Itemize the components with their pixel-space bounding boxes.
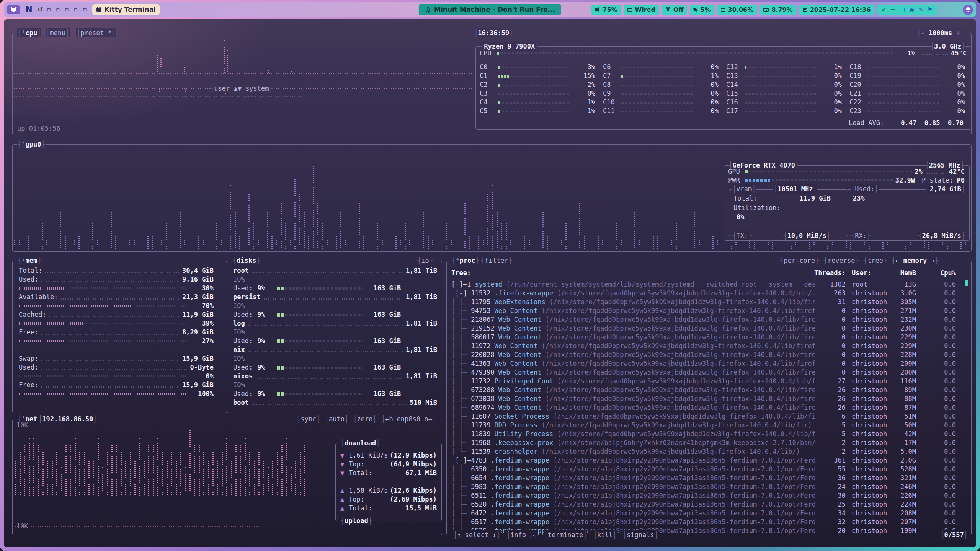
update-interval-control[interactable]: - 1000ms + [916,28,964,37]
memory-usage-label: 30.06% [728,6,754,13]
process-name: Socket Process [495,412,554,420]
net-interface-switch[interactable]: ←b enp8s0 n→ [381,414,436,424]
tree-header[interactable]: Tree: [451,269,471,277]
nixos-icon[interactable]: N [24,5,34,14]
workspace-squares[interactable]: ▫ ▫ ▫ ▫ ▫ [47,6,88,13]
disk-usage-button[interactable]: 8.79% [760,5,796,15]
process-command: (/nix/store/bslpj6nhry7xhkz02nasm41bcpfg… [557,439,815,447]
eth-icon [627,8,632,12]
process-row[interactable]: │ └─ 11539 crashhelper (/nix/store/fqadd… [451,447,968,456]
volume-button[interactable]: 75% [591,5,621,15]
bars-icon [721,8,725,12]
launcher-button[interactable] [7,5,20,14]
process-row[interactable]: │ ├─ 41363 Web Content (/nix/store/fqadd… [451,359,968,368]
process-row[interactable]: │ ├─ 11972 Web Content (/nix/store/fqadd… [451,342,968,350]
process-row[interactable]: │ ├─ 11839 Utility Process (/nix/store/f… [451,430,968,439]
signals-button[interactable]: signals [622,530,658,540]
process-row[interactable]: [-]─4783 .ferdium-wrappe (/nix/store/a1p… [451,456,968,465]
kill-button[interactable]: kill [593,530,617,540]
music-player-button[interactable]: ♫ Minuit Machine - Don't Run Fro... [419,4,561,15]
process-cpu: 0.0 [928,324,956,333]
download-arrow-icon: ▼ [340,469,349,478]
process-pid: 218067 [471,316,498,323]
refresh-icon[interactable]: ↺ [38,6,43,13]
process-cpu: 0.0 [928,306,956,315]
network-upload-graph [15,526,260,527]
process-row[interactable]: │ ├─ 6472 .ferdium-wrappe (/nix/store/a1… [451,509,968,518]
select-button[interactable]: ↑ select ↓ [453,530,501,540]
process-pid: 11968 [471,439,494,447]
memory-header[interactable]: MemB [892,269,916,277]
net-sync-button[interactable]: sync [296,414,320,424]
process-row[interactable]: [-]─11532 .firefox-wrappe (/nix/store/fq… [451,289,968,298]
disks-panel: disks io root1,81 TiBIO%Used:9%163 GiBpe… [227,261,442,413]
memory-meter [19,305,186,307]
process-row[interactable]: │ ├─ 219152 Web Content (/nix/store/fqad… [451,324,968,333]
process-user: christoph [852,306,887,315]
datetime-button[interactable]: 2025-07-22 16:36 [799,5,874,15]
process-memory: 246M [892,483,916,491]
process-row[interactable]: │ ├─ 11795 WebExtensions (/nix/store/fqa… [451,298,968,306]
memory-usage-button[interactable]: 30.06% [717,5,757,15]
toggle-per-core[interactable]: per-core [779,256,819,265]
process-threads: 0 [815,306,846,315]
tray-icons[interactable]: ✔~□◉✎⚑ [877,5,937,15]
cpu-graph-legend[interactable]: user ▲▼ system [210,84,273,93]
toggle-reverse[interactable]: reverse [823,256,859,265]
process-row[interactable]: │ ├─ 6654 .ferdium-wrappe (/nix/store/a1… [451,474,968,483]
process-row[interactable]: │ ├─ 6520 .ferdium-wrappe (/nix/store/a1… [451,500,968,509]
notification-bell[interactable] [963,5,973,15]
process-row[interactable]: │ ├─ 580017 Web Content (/nix/store/fqad… [451,333,968,342]
core-C1: C115% [480,72,595,80]
process-row[interactable]: │ ├─ 11739 RDD Process (/nix/store/fqadd… [451,421,968,430]
process-row[interactable]: │ ├─ 5983 .ferdium-wrappe (/nix/store/a1… [451,483,968,491]
network-wired-button[interactable]: Wired [624,5,659,15]
cpu-header[interactable]: Cpu% [923,269,956,277]
memory-row: Available:21,3 GiB [19,293,214,302]
network-buttons: syncautozero←b enp8s0 n→ [296,414,436,424]
terminate-button[interactable]: terminate [544,530,588,540]
disk-used-bar [277,367,362,369]
process-cpu: 0.0 [928,456,956,465]
process-row[interactable]: │ ├─ 218067 Web Content (/nix/store/fqad… [451,315,968,324]
network-stats-box: download upload ▼1,61 KiB/s(12,9 Kibps)▼… [335,443,442,521]
process-row[interactable]: [-]─1 systemd (/run/current-system/syste… [451,280,968,289]
process-cpu: 0.0 [928,430,956,439]
memory-row: Cached:11,9 GiB [19,310,214,319]
info-button[interactable]: info ↵ [506,530,538,540]
process-pid: 11532 [471,289,494,297]
toggle-tree[interactable]: tree [863,256,887,265]
download-label: download [340,439,380,448]
user-header[interactable]: User: [852,269,871,277]
process-row[interactable]: │ ├─ 11732 Privileged Cont (/nix/store/f… [451,377,968,386]
process-cpu: 0.0 [928,509,956,518]
process-row[interactable]: │ ├─ 6517 .ferdium-wrappe (/nix/store/a1… [451,518,968,527]
process-row[interactable]: │ ├─ 673038 Web Content (/nix/store/fqad… [451,395,968,403]
process-memory: 200M [892,368,916,377]
download-arrow-icon: ▼ [340,460,349,469]
process-row[interactable]: │ ├─ 689674 Web Content (/nix/store/fqad… [451,403,968,412]
process-command: (/nix/store/fqadd0bprwc5yw5k99xajbdqd1dz… [541,307,815,315]
filter-button[interactable]: filter [480,256,513,265]
gpu-power-meter [745,177,893,182]
process-command: (/nix/store/fqadd0bprwc5yw5k99xajbdqd1dz… [557,377,815,385]
process-row[interactable]: │ ├─ 6350 .ferdium-wrappe (/nix/store/a1… [451,465,968,474]
threads-header[interactable]: Threads: [788,269,846,277]
process-row[interactable]: │ ├─ 220028 Web Content (/nix/store/fqad… [451,350,968,359]
process-row[interactable]: │ ├─ 479390 Web Content (/nix/store/fqad… [451,368,968,377]
process-row[interactable]: │ ├─ 11968 .keepassxc-prox (/nix/store/b… [451,439,968,447]
cpu-usage-button[interactable]: 5% [690,5,714,15]
net-auto-button[interactable]: auto [325,414,349,424]
keys-off-button[interactable]: ⌘Off [662,5,687,15]
disks-io-toggle[interactable]: io [417,256,433,265]
process-row[interactable]: │ ├─ 11607 Socket Process (/nix/store/fq… [451,412,968,421]
spacer [340,478,437,486]
process-memory: 50M [892,421,916,430]
net-zero-button[interactable]: zero [353,414,377,424]
process-name: .ferdium-wrappe [490,474,553,482]
process-row[interactable]: │ ├─ 6511 .ferdium-wrappe (/nix/store/a1… [451,491,968,500]
window-button-kitty[interactable]: Kitty Terminal [92,4,160,15]
process-row[interactable]: │ ├─ 94753 Web Content (/nix/store/fqadd… [451,306,968,315]
sort-column-selector[interactable]: ← memory → [891,256,939,265]
process-row[interactable]: │ ├─ 673288 Web Content (/nix/store/fqad… [451,386,968,395]
